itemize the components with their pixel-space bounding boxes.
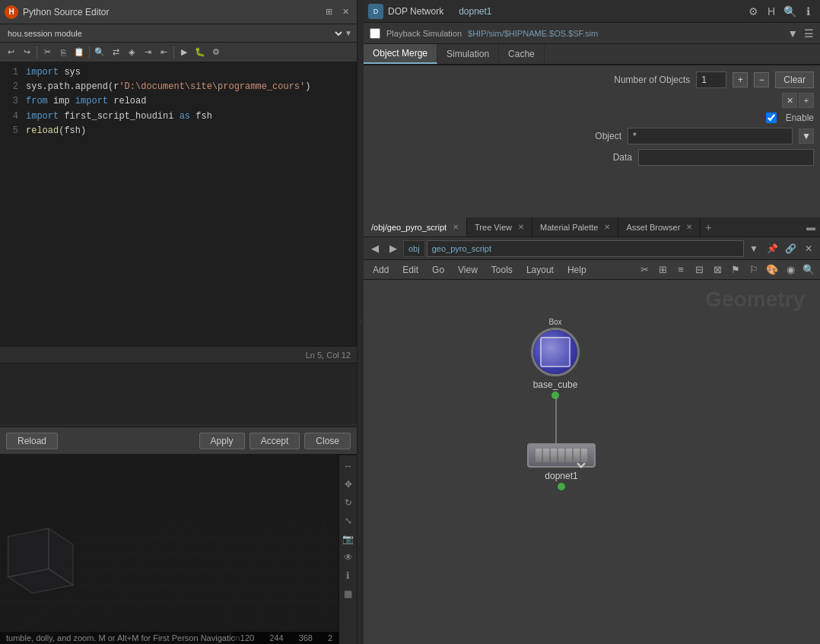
box-node-bg bbox=[533, 330, 577, 374]
net-flag2-icon[interactable]: ⚐ bbox=[745, 262, 762, 278]
object-dropdown-btn[interactable]: ▼ bbox=[799, 128, 814, 144]
playback-bar: Playback Simulation $HIP/sim/$HIPNAME.$O… bbox=[364, 23, 820, 44]
net-path-dropdown-btn[interactable]: ▼ bbox=[745, 240, 762, 257]
num-objects-input[interactable] bbox=[696, 71, 726, 88]
bookmark-btn[interactable]: ◈ bbox=[124, 45, 139, 60]
net-tab-add-btn[interactable]: + bbox=[701, 220, 716, 235]
dop-info-icon[interactable]: ℹ bbox=[800, 4, 815, 19]
net-tab-material-close[interactable]: ✕ bbox=[604, 223, 610, 231]
net-tab-material-palette[interactable]: Material Palette ✕ bbox=[532, 217, 618, 236]
vp-scale-btn[interactable]: ⤡ bbox=[341, 513, 356, 528]
editor-title: Python Source Editor bbox=[23, 7, 319, 17]
redo-btn[interactable]: ↪ bbox=[19, 45, 34, 60]
star-btn-remove[interactable]: ✕ bbox=[782, 93, 797, 108]
vp-view-btn[interactable]: 👁 bbox=[341, 550, 356, 565]
menu-tools[interactable]: Tools bbox=[485, 260, 519, 279]
menu-help[interactable]: Help bbox=[561, 260, 593, 279]
vp-move-btn[interactable]: ✥ bbox=[341, 477, 356, 492]
tab-simulation[interactable]: Simulation bbox=[437, 44, 499, 64]
object-input[interactable] bbox=[628, 128, 793, 144]
menu-edit[interactable]: Edit bbox=[396, 260, 424, 279]
editor-detach-btn[interactable]: ⊞ bbox=[322, 5, 335, 19]
module-selector-dropdown[interactable]: hou.session module bbox=[5, 28, 345, 39]
svg-line-8 bbox=[107, 520, 227, 642]
dop-settings-icon[interactable]: ⚙ bbox=[745, 4, 761, 19]
net-path-obj-btn[interactable]: obj bbox=[403, 240, 425, 257]
code-editor[interactable]: 1 import sys 2 sys.path.append(r'D:\docu… bbox=[0, 62, 357, 346]
vp-rotate-btn[interactable]: ↻ bbox=[341, 495, 356, 510]
node-label-dopnet1: dopnet1 bbox=[545, 471, 577, 481]
find-replace-btn[interactable]: ⇄ bbox=[108, 45, 123, 60]
undo-btn[interactable]: ↩ bbox=[3, 45, 18, 60]
network-path-input[interactable] bbox=[427, 240, 744, 257]
net-color-icon[interactable]: 🎨 bbox=[764, 262, 780, 278]
vp-info-btn[interactable]: ℹ bbox=[341, 568, 356, 583]
vp-render-btn[interactable]: ▦ bbox=[341, 586, 356, 601]
net-nav-back-btn[interactable]: ◀ bbox=[367, 240, 383, 257]
playback-checkbox[interactable] bbox=[370, 28, 380, 39]
copy-btn[interactable]: ⎘ bbox=[56, 45, 71, 60]
dop-help-icon[interactable]: H bbox=[764, 4, 779, 19]
num-objects-minus-btn[interactable]: − bbox=[754, 72, 769, 87]
dop-search-icon[interactable]: 🔍 bbox=[782, 4, 797, 19]
net-tab-menu-btn[interactable]: ▬ bbox=[802, 220, 820, 234]
net-grid-icon[interactable]: ⊞ bbox=[654, 262, 671, 278]
net-layout1-icon[interactable]: ⊟ bbox=[691, 262, 707, 278]
reload-button[interactable]: Reload bbox=[6, 433, 58, 449]
net-sync-btn[interactable]: 🔗 bbox=[782, 240, 799, 257]
outdent-btn[interactable]: ⇤ bbox=[156, 45, 171, 60]
net-edit-icon[interactable]: ✂ bbox=[636, 262, 653, 278]
menu-view[interactable]: View bbox=[452, 260, 484, 279]
indent-btn[interactable]: ⇥ bbox=[140, 45, 155, 60]
net-layout2-icon[interactable]: ⊠ bbox=[709, 262, 726, 278]
vp-handle-btn[interactable]: ↔ bbox=[341, 458, 356, 474]
net-list-icon[interactable]: ≡ bbox=[672, 262, 689, 278]
net-close-btn[interactable]: ✕ bbox=[800, 240, 817, 257]
node-box-dopnet1[interactable] bbox=[527, 443, 596, 468]
num-objects-label: Number of Objects bbox=[599, 75, 690, 85]
playback-dropdown-icon[interactable]: ▼ bbox=[787, 27, 798, 40]
net-tab-asset-close[interactable]: ✕ bbox=[686, 223, 692, 231]
menu-layout[interactable]: Layout bbox=[520, 260, 560, 279]
coord-z: 368 bbox=[299, 633, 313, 642]
num-objects-plus-btn[interactable]: + bbox=[733, 72, 748, 87]
debug-btn[interactable]: 🐛 bbox=[192, 45, 208, 60]
net-tab-geo-pyro[interactable]: /obj/geo_pyro_script ✕ bbox=[364, 217, 467, 236]
net-palette-icon[interactable]: ◉ bbox=[782, 262, 799, 278]
net-tab-asset-browser[interactable]: Asset Browser ✕ bbox=[618, 217, 701, 236]
cut-btn[interactable]: ✂ bbox=[40, 45, 55, 60]
coord-x: 120 bbox=[240, 633, 254, 642]
net-tab-geo-pyro-close[interactable]: ✕ bbox=[453, 223, 459, 231]
net-pin-btn[interactable]: 📌 bbox=[764, 240, 780, 257]
vp-camera-btn[interactable]: 📷 bbox=[341, 531, 356, 547]
menu-add[interactable]: Add bbox=[367, 260, 395, 279]
clear-button[interactable]: Clear bbox=[775, 71, 814, 88]
net-zoom-icon[interactable]: 🔍 bbox=[800, 262, 817, 278]
menu-go[interactable]: Go bbox=[426, 260, 450, 279]
tab-object-merge[interactable]: Object Merge bbox=[364, 44, 437, 64]
3d-viewport[interactable]: 10 ↔ ✥ ↻ ⤡ 📷 👁 ℹ ▦ tumble, dolly, and zo… bbox=[0, 455, 357, 644]
panel-resize-handle[interactable]: ··· bbox=[358, 0, 364, 644]
playback-menu-icon[interactable]: ☰ bbox=[804, 27, 814, 40]
net-tab-tree-view[interactable]: Tree View ✕ bbox=[467, 217, 532, 236]
close-button[interactable]: Close bbox=[304, 433, 351, 449]
network-canvas[interactable]: Geometry Box base_cube bbox=[364, 280, 820, 644]
enable-checkbox[interactable] bbox=[766, 113, 777, 123]
node-dopnet1[interactable]: dopnet1 bbox=[527, 443, 596, 490]
paste-btn[interactable]: 📋 bbox=[72, 45, 87, 60]
net-tab-tree-close[interactable]: ✕ bbox=[518, 223, 524, 231]
editor-close-btn[interactable]: ✕ bbox=[338, 5, 352, 19]
star-btn-add[interactable]: + bbox=[799, 93, 814, 108]
node-circle-base-cube[interactable] bbox=[531, 328, 580, 376]
apply-button[interactable]: Apply bbox=[199, 433, 245, 449]
settings-btn[interactable]: ⚙ bbox=[208, 45, 224, 60]
dop-tabs: Object Merge Simulation Cache bbox=[364, 44, 820, 65]
net-flag1-icon[interactable]: ⚑ bbox=[727, 262, 744, 278]
find-btn[interactable]: 🔍 bbox=[92, 45, 107, 60]
data-input[interactable] bbox=[638, 149, 814, 166]
tab-cache[interactable]: Cache bbox=[499, 44, 545, 64]
net-nav-forward-btn[interactable]: ▶ bbox=[385, 240, 402, 257]
node-base-cube[interactable]: Box base_cube bbox=[531, 318, 580, 399]
run-btn[interactable]: ▶ bbox=[176, 45, 192, 60]
accept-button[interactable]: Accept bbox=[249, 433, 300, 449]
